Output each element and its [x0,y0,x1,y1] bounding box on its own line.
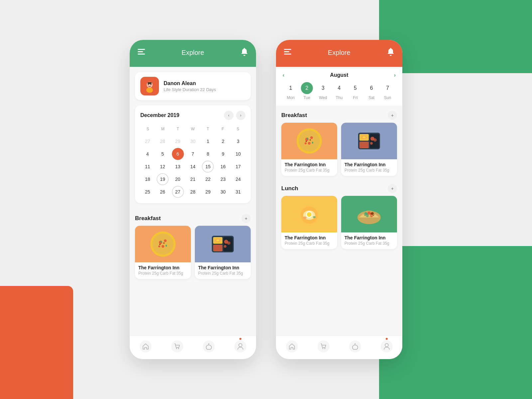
week-day-label-6: Sat [368,95,374,100]
cal-day[interactable]: 7 [187,148,199,160]
food-info-pizza-right: The Farrington Inn Protein 25g Carb Fat … [281,159,337,176]
food-card-pizza-right[interactable]: The Farrington Inn Protein 25g Carb Fat … [281,123,337,176]
svg-rect-31 [284,49,291,50]
cal-day[interactable]: 17 [232,161,244,173]
cal-day[interactable]: 12 [157,161,169,173]
cal-day[interactable]: 23 [217,173,229,185]
cal-day[interactable]: 21 [187,173,199,185]
svg-rect-8 [148,82,152,84]
nav-home-right[interactable] [286,340,298,352]
weekday-w: W [185,125,200,133]
week-day-label-5: Fri [353,95,358,100]
cart-icon-left [171,340,183,352]
cal-day[interactable]: 13 [172,161,184,173]
food-card-bento-right[interactable]: The Farrington Inn Protein 25g Carb Fat … [341,123,397,176]
hamburger-icon[interactable] [138,49,145,57]
week-prev-btn[interactable]: ‹ [283,72,284,78]
calendar-card-left: December 2019 ‹ › S M T W T F S 27 28 29 [135,105,251,203]
breakfast-more-btn-left[interactable]: + [241,214,251,223]
cal-day[interactable]: 31 [232,186,244,198]
cal-day[interactable]: 28 [157,135,169,147]
cal-prev-btn[interactable]: ‹ [224,111,233,120]
cal-day[interactable]: 10 [232,148,244,160]
breakfast-section-header-left: Breakfast + [130,208,256,226]
cal-day[interactable]: 3 [232,135,244,147]
week-day-4[interactable]: 4 Thu [331,82,347,100]
cal-day-circled[interactable]: 27 [172,186,184,198]
food-name-taco-right: The Farrington Inn [344,235,394,240]
person-icon-left [234,340,246,352]
breakfast-more-btn-right[interactable]: + [388,111,397,120]
food-macros-bento-right: Protein 25g Carb Fat 35g [344,168,394,173]
svg-point-29 [178,348,179,349]
svg-point-18 [159,244,161,245]
right-phone-body: ‹ August › 1 Mon 2 Tue 3 Wed 4 [276,67,402,335]
nav-cart-right[interactable] [318,340,330,352]
home-icon-right [286,340,298,352]
lunch-label-right: Lunch [281,185,298,192]
cal-day[interactable]: 29 [202,186,214,198]
svg-point-37 [310,136,313,139]
cal-day[interactable]: 22 [202,173,214,185]
cal-day[interactable]: 26 [157,186,169,198]
food-card-bento-left[interactable]: The Farrington Inn Protein 25g Carb Fat … [195,226,251,279]
cal-day[interactable]: 16 [217,161,229,173]
nav-cart-left[interactable] [171,340,183,352]
cal-day[interactable]: 11 [142,161,154,173]
cal-day[interactable]: 27 [142,135,154,147]
cal-day-circled[interactable]: 19 [157,173,169,185]
weekday-t1: T [170,125,185,133]
nav-home-left[interactable] [140,340,152,352]
cal-day[interactable]: 30 [217,186,229,198]
nav-person-right[interactable] [381,340,393,352]
lunch-more-btn-right[interactable]: + [388,184,397,193]
cal-day[interactable]: 5 [157,148,169,160]
cal-day[interactable]: 18 [142,173,154,185]
food-image-bento [195,226,251,262]
food-card-taco-right[interactable]: The Farrington Inn Protein 25g Carb Fat … [341,196,397,249]
user-name: Danon Alean [164,80,216,86]
hamburger-icon-right[interactable] [284,49,291,57]
nav-person-left[interactable] [234,340,246,352]
week-day-3[interactable]: 3 Wed [315,82,331,100]
cal-day[interactable]: 30 [187,135,199,147]
cal-day[interactable]: 8 [202,148,214,160]
cal-day-circled[interactable]: 15 [202,161,214,173]
cal-day[interactable]: 9 [217,148,229,160]
cal-day[interactable]: 28 [187,186,199,198]
week-day-5[interactable]: 5 Fri [347,82,363,100]
week-strip-header: ‹ August › [283,72,396,78]
food-card-egg-right[interactable]: The Farrington Inn Protein 25g Carb Fat … [281,196,337,249]
person-icon-right [381,340,393,352]
cal-day[interactable]: 2 [217,135,229,147]
nav-apple-right[interactable] [349,340,361,352]
cal-day[interactable]: 25 [142,186,154,198]
week-day-6[interactable]: 6 Sat [363,82,380,100]
svg-point-68 [324,348,325,349]
nav-apple-left[interactable] [203,340,215,352]
week-day-1[interactable]: 1 Mon [283,82,299,100]
week-day-7[interactable]: 7 Sun [379,82,396,100]
breakfast-label-right: Breakfast [281,112,307,119]
svg-rect-32 [284,51,289,52]
calendar-header: December 2019 ‹ › [140,111,245,120]
home-icon-left [140,340,152,352]
cal-next-btn[interactable]: › [236,111,245,120]
cal-day[interactable]: 29 [172,135,184,147]
food-card-pizza-left[interactable]: The Farrington Inn Protein 25g Carb Fat … [135,226,191,279]
weekday-t2: T [200,125,215,133]
cal-day[interactable]: 14 [187,161,199,173]
week-day-2[interactable]: 2 Tue [299,82,315,100]
week-day-label-7: Sun [384,95,391,100]
cal-day[interactable]: 24 [232,173,244,185]
bell-icon-right[interactable] [387,48,394,58]
svg-rect-33 [284,54,291,55]
cal-day[interactable]: 4 [142,148,154,160]
week-next-btn[interactable]: › [394,72,396,78]
right-header: Explore [276,40,402,67]
bell-icon-left[interactable] [241,48,248,58]
cal-day[interactable]: 1 [202,135,214,147]
bottom-nav-left [130,335,256,359]
cal-day-selected[interactable]: 6 [172,148,184,160]
cal-day[interactable]: 20 [172,173,184,185]
